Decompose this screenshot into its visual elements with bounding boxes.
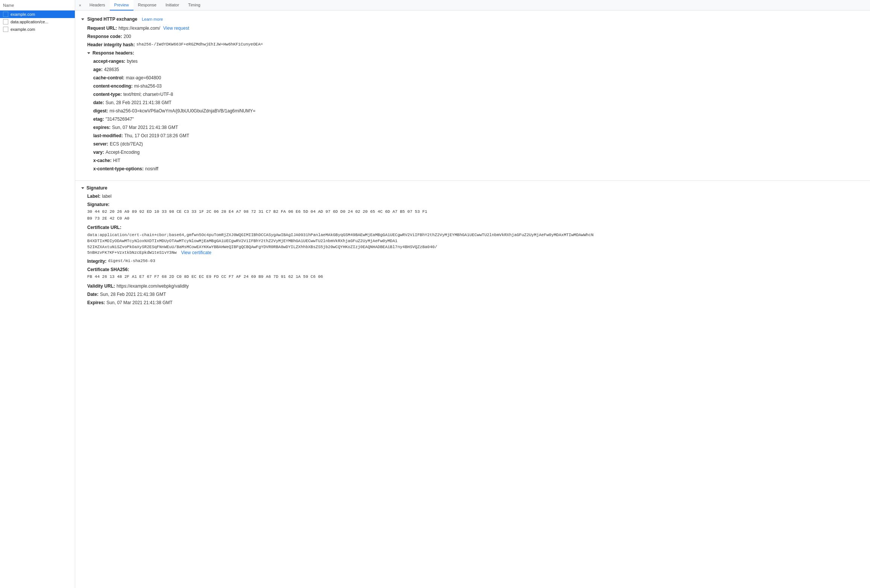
- content-area: Signed HTTP exchange Learn more Request …: [75, 11, 870, 588]
- response-header-value: max-age=604800: [126, 74, 161, 81]
- response-header-value: "3147526947": [106, 116, 134, 123]
- learn-more-link[interactable]: Learn more: [142, 17, 163, 21]
- response-header-value: Sun, 28 Feb 2021 21:41:38 GMT: [106, 99, 171, 106]
- cert-url-continued2: 52IHZXAxtuNiSZvoPkOaXySR2ESqFNnWEuU/BaMs…: [87, 245, 437, 249]
- integrity-value: digest/mi-sha256-03: [108, 258, 155, 264]
- request-url-value: https://example.com/: [118, 25, 160, 32]
- response-header-row: content-encoding:mi-sha256-03: [87, 82, 864, 90]
- date-label: Date:: [87, 291, 99, 298]
- sidebar: Name example.com data:application/ce... …: [0, 0, 75, 588]
- response-header-value: mi-sha256-03: [134, 83, 162, 89]
- tab-response[interactable]: Response: [133, 0, 161, 11]
- tab-headers[interactable]: Headers: [85, 0, 110, 11]
- collapse-signature-icon[interactable]: [81, 187, 84, 189]
- response-header-value: HIT: [113, 157, 120, 164]
- sidebar-item-label: example.com: [11, 12, 35, 17]
- response-code-label: Response code:: [87, 33, 122, 40]
- cert-sha256-label: Certificate SHA256:: [87, 266, 129, 273]
- signature-title: Signature: [86, 185, 107, 191]
- sidebar-item-data-application[interactable]: data:application/ce...: [0, 18, 75, 26]
- response-header-label: date:: [93, 99, 104, 106]
- expires-value: Sun, 07 Mar 2021 21:41:38 GMT: [106, 299, 172, 306]
- cert-url-value: data:application/cert-chain+cbor;base64,…: [87, 233, 594, 237]
- tab-bar: × Headers Preview Response Initiator Tim…: [75, 0, 870, 11]
- response-headers-header: Response headers:: [87, 50, 864, 56]
- signature-hex-line-2: B9 73 2E 42 C0 A0: [81, 215, 864, 222]
- expires-label: Expires:: [87, 299, 105, 306]
- tab-timing[interactable]: Timing: [183, 0, 205, 11]
- response-header-value: nosniff: [145, 165, 158, 172]
- response-header-value: ECS (dcb/7EA2): [110, 141, 143, 147]
- response-header-label: server:: [93, 141, 108, 147]
- response-header-row: accept-ranges:bytes: [87, 57, 864, 65]
- tab-preview[interactable]: Preview: [110, 0, 133, 11]
- response-header-value: mi-sha256-03=kcwVP6aOwYmA/j9JbUU0GbuiZdn…: [109, 108, 255, 114]
- response-header-row: date:Sun, 28 Feb 2021 21:41:38 GMT: [87, 99, 864, 107]
- response-header-label: x-content-type-options:: [93, 165, 144, 172]
- cert-url-label: Certificate URL:: [87, 224, 121, 231]
- response-header-label: expires:: [93, 124, 111, 131]
- label-label: Label:: [87, 193, 100, 200]
- sidebar-item-example-com-1[interactable]: example.com: [0, 11, 75, 18]
- response-header-value: Thu, 17 Oct 2019 07:18:26 GMT: [124, 132, 189, 139]
- signature-section: Signature Label: label Signature: 30 44 …: [75, 184, 870, 308]
- file-icon: [3, 12, 8, 17]
- signature-label-row: Signature:: [81, 200, 864, 209]
- integrity-row: Integrity: digest/mi-sha256-03: [81, 257, 864, 265]
- response-header-label: x-cache:: [93, 157, 112, 164]
- response-header-label: cache-control:: [93, 74, 124, 81]
- validity-url-value: https://example.com/webpkg/validity: [117, 283, 189, 289]
- cert-sha256-row: Certificate SHA256:: [81, 265, 864, 274]
- label-value: label: [102, 193, 111, 200]
- response-header-value: 428635: [104, 66, 119, 73]
- collapse-response-headers-icon[interactable]: [87, 52, 90, 54]
- response-header-label: last-modified:: [93, 132, 123, 139]
- signed-exchange-header: Signed HTTP exchange Learn more: [81, 17, 864, 22]
- response-header-value: Sun, 07 Mar 2021 21:41:38 GMT: [112, 124, 178, 131]
- header-integrity-row: Header integrity hash: sha256-/IWdYDKW66…: [81, 41, 864, 49]
- request-url-label: Request URL:: [87, 25, 117, 32]
- date-row: Date: Sun, 28 Feb 2021 21:41:38 GMT: [81, 290, 864, 299]
- response-header-row: etag:"3147526947": [87, 115, 864, 123]
- response-header-value: text/html; charset=UTF-8: [123, 91, 173, 98]
- cert-url-continued-block: B4XDTIxMDIyODAwMTcyNloxNXDTIxMDUyOTAwMTc…: [81, 238, 864, 244]
- validity-url-row: Validity URL: https://example.com/webpkg…: [81, 282, 864, 290]
- response-header-row: server:ECS (dcb/7EA2): [87, 140, 864, 148]
- response-header-label: content-encoding:: [93, 83, 133, 89]
- response-header-row: digest:mi-sha256-03=kcwVP6aOwYmA/j9JbUU0…: [87, 107, 864, 115]
- response-header-label: age:: [93, 66, 103, 73]
- cert-url-end: 5nBHzvFK7KF+VzxtkbNzcEpkdW1teS1vY3Nw: [87, 250, 177, 255]
- request-url-row: Request URL: https://example.com/ View r…: [81, 24, 864, 32]
- sidebar-header: Name: [0, 0, 75, 11]
- response-header-row: expires:Sun, 07 Mar 2021 21:41:38 GMT: [87, 123, 864, 132]
- view-request-link[interactable]: View request: [163, 25, 189, 32]
- file-icon: [3, 19, 8, 24]
- main-panel: × Headers Preview Response Initiator Tim…: [75, 0, 870, 588]
- response-header-label: vary:: [93, 149, 104, 156]
- signed-exchange-section: Signed HTTP exchange Learn more Request …: [75, 14, 870, 177]
- section-divider: [75, 180, 870, 181]
- collapse-signed-exchange-icon[interactable]: [81, 18, 84, 20]
- sidebar-item-label: example.com: [11, 27, 35, 32]
- sidebar-item-example-com-2[interactable]: example.com: [0, 26, 75, 33]
- signature-hex-line-1: 30 44 02 20 26 A9 89 92 ED 10 33 98 CE C…: [81, 209, 864, 215]
- signature-header: Signature: [81, 185, 864, 191]
- tab-initiator[interactable]: Initiator: [161, 0, 183, 11]
- response-header-row: last-modified:Thu, 17 Oct 2019 07:18:26 …: [87, 132, 864, 140]
- file-icon: [3, 27, 8, 32]
- response-header-row: age:428635: [87, 65, 864, 74]
- signed-exchange-title: Signed HTTP exchange: [87, 17, 137, 22]
- devtools-container: Name example.com data:application/ce... …: [0, 0, 870, 588]
- cert-sha256-value: FB 44 26 13 48 2F A1 E7 67 F7 68 2D C0 8…: [81, 274, 864, 280]
- response-header-label: content-type:: [93, 91, 122, 98]
- cert-url-continued2-block: 52IHZXAxtuNiSZvoPkOaXySR2ESqFNnWEuU/BaMs…: [81, 244, 864, 250]
- sidebar-item-label: data:application/ce...: [11, 20, 49, 24]
- close-tab-button[interactable]: ×: [77, 2, 83, 9]
- response-header-row: content-type:text/html; charset=UTF-8: [87, 90, 864, 99]
- response-header-row: x-content-type-options:nosniff: [87, 165, 864, 173]
- cert-url-row: Certificate URL:: [81, 223, 864, 232]
- view-certificate-link[interactable]: View certificate: [181, 250, 211, 255]
- header-integrity-label: Header integrity hash:: [87, 41, 135, 48]
- response-headers-fields: accept-ranges:bytesage:428635cache-contr…: [87, 57, 864, 173]
- label-row: Label: label: [81, 192, 864, 200]
